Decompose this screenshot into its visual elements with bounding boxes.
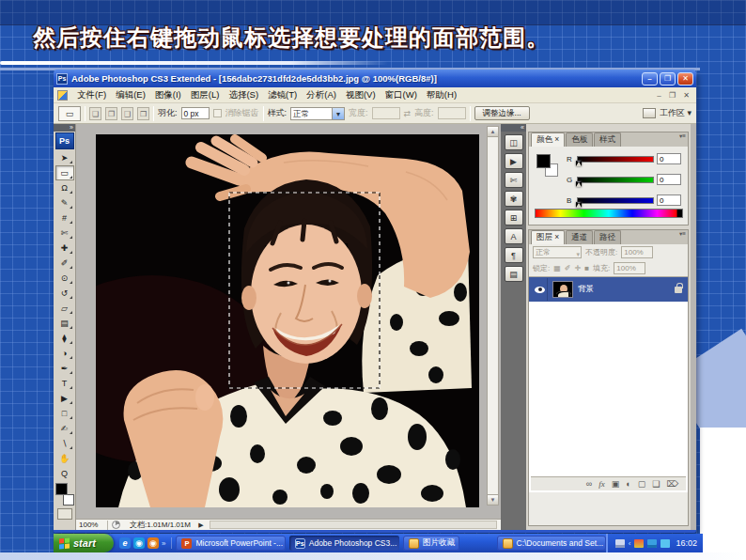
info-panel-icon[interactable]: ✄	[505, 172, 523, 188]
close-button[interactable]: ✕	[677, 72, 693, 86]
horizontal-scrollbar[interactable]	[210, 521, 497, 529]
clone-source-panel-icon[interactable]: ⊞	[505, 210, 523, 226]
restore-button[interactable]: ❐	[660, 72, 676, 86]
vertical-scrollbar[interactable]: ▲ ▼	[487, 126, 499, 506]
menu-view[interactable]: 视图(V)	[341, 87, 381, 103]
taskbar-button-pictures[interactable]: 图片收藏	[403, 536, 459, 551]
blur-tool[interactable]: ⧫	[55, 331, 74, 346]
swap-dimensions-icon[interactable]: ⇄	[404, 109, 412, 118]
taskbar-button-photoshop[interactable]: Ps Adobe Photoshop CS3...	[289, 536, 399, 551]
delete-layer-icon[interactable]: ⌦	[666, 477, 678, 490]
titlebar[interactable]: Ps Adobe Photoshop CS3 Extended - [156da…	[54, 70, 696, 87]
dodge-tool[interactable]: ◑	[55, 346, 74, 361]
background-color-swatch[interactable]	[63, 494, 74, 506]
lock-all-icon[interactable]: ■	[584, 264, 589, 272]
pen-tool[interactable]: ✒	[55, 361, 74, 376]
internet-explorer-icon[interactable]: e	[119, 537, 131, 549]
blue-value-field[interactable]: 0	[657, 194, 681, 206]
new-group-icon[interactable]: ▢	[638, 477, 646, 490]
style-select[interactable]: 正常	[290, 107, 345, 120]
printer-icon[interactable]	[647, 539, 657, 548]
minimize-button[interactable]: –	[642, 72, 658, 86]
quick-launch-overflow-icon[interactable]: »	[162, 539, 165, 548]
menu-select[interactable]: 选择(S)	[224, 87, 263, 103]
width-input[interactable]	[372, 107, 400, 119]
lock-position-icon[interactable]: ✛	[575, 264, 582, 272]
foreground-color-swatch[interactable]	[55, 483, 68, 495]
green-value-field[interactable]: 0	[657, 174, 681, 185]
history-brush-tool[interactable]: ↺	[55, 286, 74, 301]
new-selection-mode-button[interactable]: ❏	[89, 107, 101, 120]
lock-pixels-icon[interactable]: ✐	[565, 264, 571, 272]
document-canvas[interactable]: ▲ ▼	[76, 124, 501, 519]
new-layer-icon[interactable]: ❑	[652, 477, 660, 490]
scroll-down-icon[interactable]: ▼	[488, 494, 498, 505]
slice-tool[interactable]: ✄	[55, 226, 74, 241]
path-selection-tool[interactable]: ▶	[55, 391, 74, 406]
menu-help[interactable]: 帮助(H)	[422, 87, 461, 103]
gradient-tool[interactable]: ▤	[55, 316, 74, 331]
layers-panel-menu-icon[interactable]: ▾≡	[679, 231, 686, 237]
eyedropper-tool[interactable]: ∖	[55, 436, 74, 451]
menu-analysis[interactable]: 分析(A)	[302, 87, 341, 103]
notes-tool[interactable]: ✍	[55, 421, 74, 436]
current-tool-icon[interactable]: ▭	[58, 106, 81, 121]
layer-comps-panel-icon[interactable]: ▤	[505, 266, 523, 282]
taskbar-button-powerpoint[interactable]: P Microsoft PowerPoint -...	[176, 536, 285, 551]
shape-tool[interactable]: □	[55, 406, 74, 421]
quick-mask-button[interactable]	[57, 508, 72, 520]
layer-style-icon[interactable]: fx	[598, 477, 605, 490]
hand-tool[interactable]: ✋	[55, 451, 74, 466]
taskbar-button-documents[interactable]: C:\Documents and Set...	[497, 536, 606, 551]
tab-styles[interactable]: 样式	[594, 132, 621, 147]
subtract-selection-mode-button[interactable]: ❑	[121, 107, 133, 120]
blue-slider[interactable]	[577, 197, 654, 204]
menu-filter[interactable]: 滤镜(T)	[263, 87, 302, 103]
fill-field[interactable]: 100%	[614, 262, 645, 274]
red-value-field[interactable]: 0	[657, 153, 681, 164]
clone-stamp-tool[interactable]: ⊙	[55, 271, 74, 286]
intersect-selection-mode-button[interactable]: ❒	[137, 107, 149, 120]
crop-tool[interactable]: #	[55, 210, 74, 226]
feather-input[interactable]: 0 px	[181, 107, 210, 119]
tools-collapse-icon[interactable]: »	[54, 124, 75, 132]
healing-brush-tool[interactable]: ✚	[55, 241, 74, 256]
histogram-panel-icon[interactable]: ▶	[505, 153, 523, 169]
messenger-icon[interactable]: ◉	[133, 537, 145, 549]
height-input[interactable]	[438, 107, 466, 119]
photo-jackie-chan[interactable]	[96, 134, 479, 507]
eraser-tool[interactable]: ▱	[55, 301, 74, 316]
antialias-checkbox[interactable]	[213, 109, 222, 117]
tab-paths[interactable]: 路径	[594, 230, 621, 244]
brushes-panel-icon[interactable]: ✾	[505, 191, 523, 207]
type-tool[interactable]: T	[55, 376, 74, 391]
add-selection-mode-button[interactable]: ❐	[105, 107, 117, 120]
menu-image[interactable]: 图像(I)	[150, 87, 186, 103]
move-tool[interactable]: ➤	[55, 150, 74, 165]
lasso-tool[interactable]: Ω	[55, 180, 74, 195]
refine-edge-button[interactable]: 调整边缘...	[474, 106, 530, 120]
lock-transparent-icon[interactable]: ▦	[553, 264, 561, 272]
language-bar-icon[interactable]	[615, 539, 625, 548]
menu-edit[interactable]: 编辑(E)	[111, 87, 150, 103]
opacity-field[interactable]: 100%	[621, 246, 653, 258]
adjustment-layer-icon[interactable]: ◐	[626, 477, 630, 490]
menu-layer[interactable]: 图层(L)	[186, 87, 225, 103]
dock-collapse-icon[interactable]: «	[501, 124, 526, 132]
status-flyout-icon[interactable]: ▶	[196, 521, 206, 529]
paragraph-panel-icon[interactable]: ¶	[505, 247, 523, 263]
quick-selection-tool[interactable]: ✎	[55, 195, 74, 210]
green-slider[interactable]	[577, 177, 654, 183]
scroll-up-icon[interactable]: ▲	[488, 127, 498, 137]
tab-layers[interactable]: 图层 ×	[531, 230, 565, 244]
color-spectrum-bar[interactable]	[535, 209, 683, 218]
link-layers-icon[interactable]: ∞	[586, 477, 592, 490]
panel-foreground-swatch[interactable]	[536, 154, 551, 168]
start-button[interactable]: start	[54, 534, 114, 552]
zoom-level-field[interactable]: 100%	[76, 521, 108, 530]
tray-chevron-icon[interactable]: ‹	[629, 539, 631, 548]
red-slider[interactable]	[577, 156, 654, 163]
blend-mode-select[interactable]: 正常	[533, 246, 582, 258]
color-panel-menu-icon[interactable]: ▾≡	[679, 133, 686, 139]
visibility-cell[interactable]	[533, 278, 548, 301]
